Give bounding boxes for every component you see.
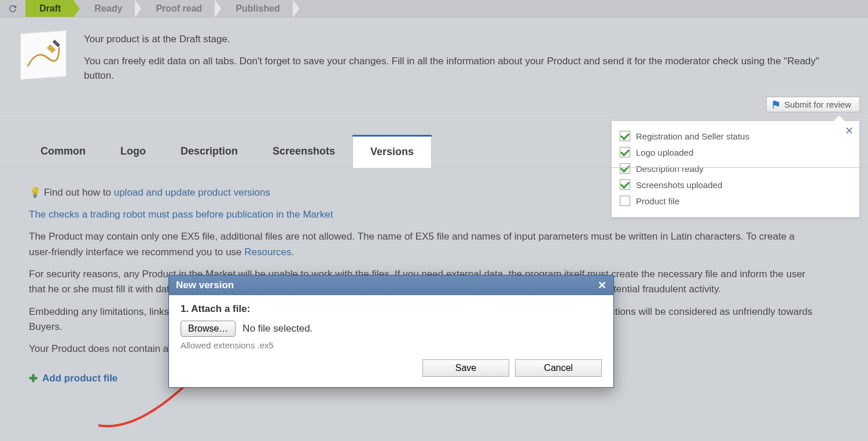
- refresh-icon[interactable]: [0, 0, 25, 17]
- flag-icon: [771, 100, 781, 109]
- tab-description[interactable]: Description: [163, 136, 255, 168]
- plus-icon: ✚: [29, 371, 38, 387]
- tab-label: Screenshots: [273, 145, 335, 157]
- stage-published[interactable]: Published: [222, 0, 293, 17]
- tab-screenshots[interactable]: Screenshots: [255, 136, 352, 168]
- chevron-right-icon: [215, 0, 222, 17]
- new-version-dialog: New version ✕ 1. Attach a file: Browse… …: [168, 275, 614, 388]
- dialog-titlebar[interactable]: New version ✕: [169, 275, 613, 295]
- para1b-text: .: [292, 247, 295, 258]
- tab-label: Description: [181, 145, 238, 157]
- stage-draft[interactable]: Draft: [25, 0, 75, 17]
- allowed-extensions-text: Allowed extensions .ex5: [181, 340, 602, 350]
- add-product-label: Add product file: [42, 371, 117, 386]
- stage-label: Published: [236, 3, 279, 14]
- upload-guide-link[interactable]: upload and update product versions: [114, 187, 270, 198]
- checklist-item: Screenshots uploaded: [620, 177, 851, 193]
- chevron-right-icon: [74, 0, 80, 17]
- dialog-step-label: 1. Attach a file:: [181, 303, 602, 315]
- checklist-item: Product file: [620, 193, 851, 209]
- submit-for-review-button[interactable]: Submit for review: [766, 97, 860, 112]
- tab-label: Logo: [120, 145, 146, 157]
- workflow-stage-bar: Draft Ready Proof read Published: [0, 0, 868, 17]
- checklist-item-label: Screenshots uploaded: [636, 180, 722, 190]
- tab-label: Versions: [370, 146, 414, 157]
- stage-label: Proof read: [156, 3, 202, 14]
- chevron-right-icon: [135, 0, 142, 17]
- tab-label: Common: [41, 145, 86, 157]
- stage-ready[interactable]: Ready: [80, 0, 136, 17]
- file-status-text: No file selected.: [242, 323, 312, 335]
- tab-common[interactable]: Common: [23, 136, 103, 168]
- stage-label: Ready: [94, 3, 122, 14]
- stage-proof-read[interactable]: Proof read: [142, 0, 216, 17]
- checklist-item-label: Product file: [636, 196, 679, 206]
- stage-notice-line1: Your product is at the Draft stage.: [84, 32, 851, 47]
- save-button[interactable]: Save: [422, 359, 509, 377]
- lightbulb-icon: 💡: [29, 187, 41, 198]
- product-tabs: Common Logo Description Screenshots Vers…: [0, 120, 868, 168]
- hint-prefix: Find out how to: [44, 187, 114, 198]
- checks-link[interactable]: The checks a trading robot must pass bef…: [29, 209, 333, 220]
- edit-note-icon: [20, 30, 67, 80]
- submit-button-label: Submit for review: [784, 100, 851, 109]
- chevron-right-icon: [293, 0, 300, 17]
- resources-link[interactable]: Resources: [244, 247, 291, 258]
- tab-logo[interactable]: Logo: [103, 136, 163, 168]
- checkbox-empty-icon: [620, 196, 630, 206]
- browse-button[interactable]: Browse…: [181, 321, 236, 337]
- stage-label: Draft: [39, 3, 61, 14]
- tab-versions[interactable]: Versions: [352, 136, 432, 168]
- para1a-text: The Product may contain only one EX5 fil…: [29, 231, 795, 257]
- stage-notice: Your product is at the Draft stage. You …: [0, 17, 868, 120]
- cancel-button[interactable]: Cancel: [515, 359, 602, 377]
- checkbox-checked-icon: [620, 179, 630, 190]
- stage-notice-line2: You can freely edit data on all tabs. Do…: [84, 54, 851, 83]
- dialog-title-text: New version: [176, 280, 234, 291]
- close-icon[interactable]: ✕: [598, 279, 606, 292]
- add-product-file-button[interactable]: ✚ Add product file: [29, 371, 117, 387]
